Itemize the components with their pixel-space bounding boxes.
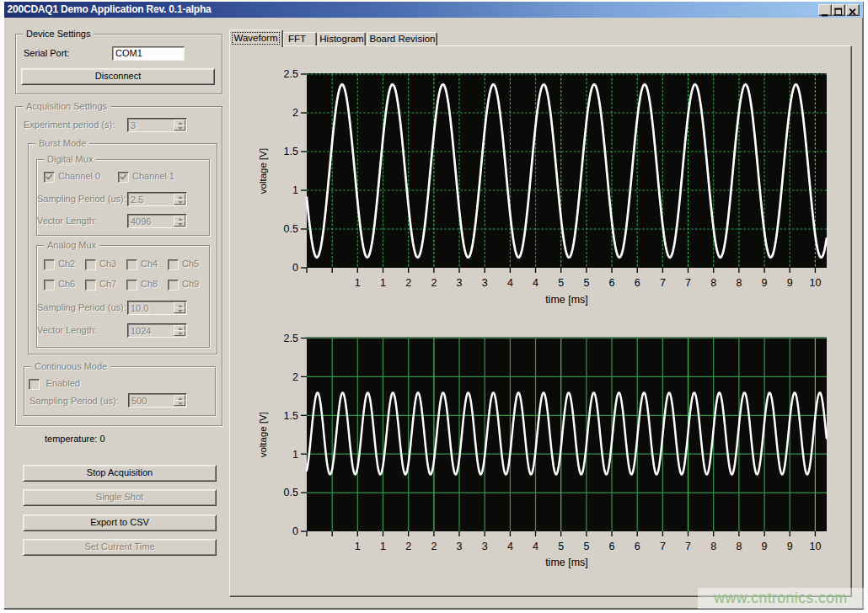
svg-text:2: 2 (405, 277, 411, 289)
svg-text:8: 8 (710, 277, 716, 289)
svg-text:6: 6 (635, 277, 640, 289)
svg-text:2: 2 (405, 541, 411, 552)
svg-text:3: 3 (457, 541, 463, 552)
svg-text:2: 2 (431, 277, 437, 289)
svg-text:2.5: 2.5 (284, 68, 298, 80)
svg-text:6: 6 (635, 541, 640, 552)
svg-text:5: 5 (583, 541, 589, 552)
svg-text:3: 3 (457, 277, 463, 289)
svg-text:0: 0 (292, 262, 298, 274)
svg-text:4: 4 (533, 541, 538, 552)
svg-text:7: 7 (660, 277, 666, 289)
svg-text:1: 1 (292, 184, 298, 196)
svg-text:3: 3 (482, 277, 488, 289)
svg-text:2: 2 (431, 541, 437, 552)
svg-text:0: 0 (292, 525, 298, 537)
svg-text:7: 7 (660, 541, 666, 552)
svg-text:9: 9 (787, 277, 793, 289)
svg-text:9: 9 (787, 541, 793, 552)
svg-text:voltage [V]: voltage [V] (258, 148, 268, 194)
svg-text:10: 10 (809, 541, 821, 552)
svg-text:5: 5 (558, 541, 564, 552)
svg-text:9: 9 (762, 541, 768, 552)
svg-text:1: 1 (355, 277, 361, 289)
svg-text:5: 5 (558, 277, 564, 289)
svg-text:0.5: 0.5 (284, 223, 298, 235)
svg-text:2.5: 2.5 (284, 333, 298, 344)
svg-text:0.5: 0.5 (284, 487, 298, 498)
svg-text:3: 3 (482, 541, 488, 552)
svg-text:2: 2 (292, 107, 298, 119)
svg-text:time [ms]: time [ms] (545, 557, 588, 568)
svg-text:4: 4 (507, 541, 513, 552)
svg-text:8: 8 (736, 277, 742, 289)
svg-text:4: 4 (507, 277, 513, 289)
svg-text:1.5: 1.5 (284, 410, 298, 422)
svg-text:8: 8 (710, 541, 716, 552)
svg-text:6: 6 (609, 277, 615, 289)
svg-text:7: 7 (685, 541, 691, 552)
svg-text:8: 8 (736, 541, 742, 552)
svg-text:6: 6 (609, 541, 615, 552)
svg-text:voltage [V]: voltage [V] (258, 412, 268, 457)
svg-text:1: 1 (380, 541, 386, 552)
svg-text:10: 10 (809, 277, 821, 289)
svg-text:1: 1 (292, 449, 298, 461)
svg-text:4: 4 (533, 277, 538, 289)
svg-text:1.5: 1.5 (284, 146, 298, 157)
svg-text:7: 7 (685, 277, 691, 289)
svg-text:2: 2 (292, 371, 298, 383)
svg-text:1: 1 (380, 277, 386, 289)
svg-text:time [ms]: time [ms] (545, 294, 588, 306)
svg-text:1: 1 (355, 541, 361, 552)
svg-text:5: 5 (583, 277, 589, 289)
svg-text:9: 9 (762, 277, 768, 289)
